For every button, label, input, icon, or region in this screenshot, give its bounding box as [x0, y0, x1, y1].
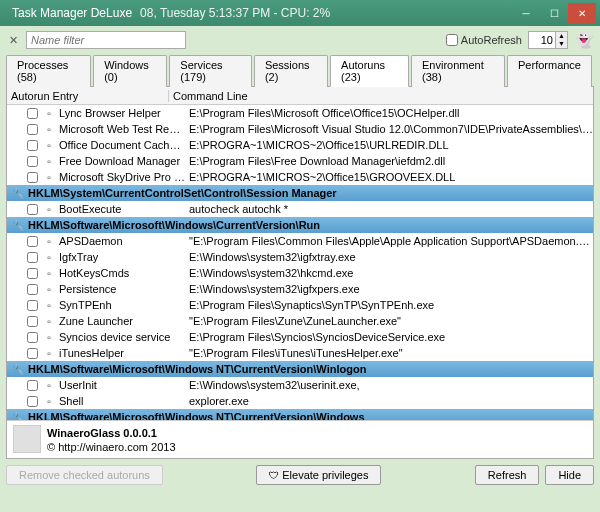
entry-name: Persistence	[59, 283, 185, 295]
app-icon: ▫	[42, 170, 56, 184]
registry-icon: 🔧	[11, 362, 25, 376]
remove-checked-button[interactable]: Remove checked autoruns	[6, 465, 163, 485]
autorun-entry[interactable]: ▫Syncios device serviceE:\Program Files\…	[7, 329, 593, 345]
maximize-button[interactable]: ☐	[540, 3, 568, 23]
autorun-entry[interactable]: ▫APSDaemon"E:\Program Files\Common Files…	[7, 233, 593, 249]
autorun-entry[interactable]: ▫Zune Launcher"E:\Program Files\Zune\Zun…	[7, 313, 593, 329]
entry-checkbox[interactable]	[27, 252, 38, 263]
tab-performance[interactable]: Performance	[507, 55, 592, 87]
title-status: 08, Tuesday 5:13:37 PM - CPU: 2%	[140, 6, 330, 20]
entry-checkbox[interactable]	[27, 204, 38, 215]
autorun-entry[interactable]: ▫Shellexplorer.exe	[7, 393, 593, 409]
app-icon: ▫	[42, 394, 56, 408]
spin-up-icon[interactable]: ▲	[555, 32, 567, 40]
entry-command: "E:\Program Files\Common Files\Apple\App…	[185, 235, 593, 247]
entry-checkbox[interactable]	[27, 172, 38, 183]
entry-name: BootExecute	[59, 203, 185, 215]
registry-icon: 🔧	[11, 186, 25, 200]
entry-name: APSDaemon	[59, 235, 185, 247]
close-button[interactable]: ✕	[568, 3, 596, 23]
app-icon: ▫	[42, 202, 56, 216]
autorun-entry[interactable]: ▫Lync Browser HelperE:\Program Files\Mic…	[7, 105, 593, 121]
hide-button[interactable]: Hide	[545, 465, 594, 485]
entry-command: E:\Program Files\Microsoft Visual Studio…	[185, 123, 593, 135]
autorun-entry[interactable]: ▫Free Download ManagerE:\Program Files\F…	[7, 153, 593, 169]
app-icon: ▫	[42, 330, 56, 344]
app-icon: ▫	[42, 138, 56, 152]
entry-name: iTunesHelper	[59, 347, 185, 359]
app-icon: ▫	[42, 106, 56, 120]
registry-icon: 🔧	[11, 218, 25, 232]
detail-copyright: © http://winaero.com 2013	[47, 440, 176, 454]
group-header[interactable]: 🔧HKLM\Software\Microsoft\Windows\Current…	[7, 217, 593, 233]
autorun-entry[interactable]: ▫PersistenceE:\Windows\system32\igfxpers…	[7, 281, 593, 297]
entry-checkbox[interactable]	[27, 380, 38, 391]
app-icon: ▫	[42, 314, 56, 328]
app-icon: ▫	[42, 282, 56, 296]
tab-autoruns[interactable]: Autoruns (23)	[330, 55, 409, 87]
autorun-entry[interactable]: ▫HotKeysCmdsE:\Windows\system32\hkcmd.ex…	[7, 265, 593, 281]
app-icon: ▫	[42, 298, 56, 312]
entry-checkbox[interactable]	[27, 140, 38, 151]
autorun-entry[interactable]: ▫BootExecuteautocheck autochk *	[7, 201, 593, 217]
ghost-icon[interactable]: 👻	[574, 30, 594, 50]
tab-processes[interactable]: Processes (58)	[6, 55, 91, 87]
entry-command: "E:\Program Files\Zune\ZuneLauncher.exe"	[185, 315, 593, 327]
group-header[interactable]: 🔧HKLM\System\CurrentControlSet\Control\S…	[7, 185, 593, 201]
app-icon: ▫	[42, 250, 56, 264]
tab-services[interactable]: Services (179)	[169, 55, 252, 87]
entry-checkbox[interactable]	[27, 316, 38, 327]
entry-checkbox[interactable]	[27, 332, 38, 343]
entry-command: E:\Program Files\Free Download Manager\i…	[185, 155, 593, 167]
autorun-entry[interactable]: ▫Microsoft SkyDrive Pro Brow...E:\PROGRA…	[7, 169, 593, 185]
entry-name: Lync Browser Helper	[59, 107, 185, 119]
entry-command: E:\Windows\system32\hkcmd.exe	[185, 267, 593, 279]
col-command-line[interactable]: Command Line	[169, 90, 593, 102]
tab-bar: Processes (58)Windows (0)Services (179)S…	[6, 54, 594, 87]
autorefresh-interval[interactable]: ▲▼	[528, 31, 568, 49]
app-icon: ▫	[42, 266, 56, 280]
autorun-entry[interactable]: ▫IgfxTrayE:\Windows\system32\igfxtray.ex…	[7, 249, 593, 265]
tab-environment[interactable]: Environment (38)	[411, 55, 505, 87]
entry-checkbox[interactable]	[27, 156, 38, 167]
entry-checkbox[interactable]	[27, 268, 38, 279]
app-icon: ▫	[42, 234, 56, 248]
entry-command: E:\PROGRA~1\MICROS~2\Office15\URLREDIR.D…	[185, 139, 593, 151]
spin-down-icon[interactable]: ▼	[555, 40, 567, 48]
autorun-entry[interactable]: ▫SynTPEnhE:\Program Files\Synaptics\SynT…	[7, 297, 593, 313]
entry-checkbox[interactable]	[27, 284, 38, 295]
entry-command: E:\Program Files\Syncios\SynciosDeviceSe…	[185, 331, 593, 343]
col-autorun-entry[interactable]: Autorun Entry	[7, 90, 169, 102]
entry-checkbox[interactable]	[27, 124, 38, 135]
elevate-button[interactable]: Elevate privileges	[256, 465, 381, 485]
tab-sessions[interactable]: Sessions (2)	[254, 55, 328, 87]
autorefresh-checkbox[interactable]: AutoRefresh	[446, 34, 522, 46]
autoruns-panel: Autorun Entry Command Line ▫Lync Browser…	[6, 87, 594, 459]
entry-command: explorer.exe	[185, 395, 593, 407]
entry-name: Syncios device service	[59, 331, 185, 343]
name-filter-input[interactable]	[26, 31, 186, 49]
registry-icon: 🔧	[11, 410, 25, 420]
entry-checkbox[interactable]	[27, 236, 38, 247]
group-header[interactable]: 🔧HKLM\Software\Microsoft\Windows NT\Curr…	[7, 409, 593, 420]
toolbar: ✕ AutoRefresh ▲▼ 👻	[0, 26, 600, 54]
entry-checkbox[interactable]	[27, 108, 38, 119]
autorun-entry[interactable]: ▫iTunesHelper"E:\Program Files\iTunes\iT…	[7, 345, 593, 361]
entry-checkbox[interactable]	[27, 396, 38, 407]
clear-filter-icon[interactable]: ✕	[6, 33, 20, 47]
entry-command: E:\Windows\system32\userinit.exe,	[185, 379, 593, 391]
tab-windows[interactable]: Windows (0)	[93, 55, 167, 87]
entry-checkbox[interactable]	[27, 300, 38, 311]
entry-name: Microsoft SkyDrive Pro Brow...	[59, 171, 185, 183]
entry-command: E:\PROGRA~1\MICROS~2\Office15\GROOVEEX.D…	[185, 171, 593, 183]
autoruns-list[interactable]: ▫Lync Browser HelperE:\Program Files\Mic…	[7, 105, 593, 420]
app-icon: ▫	[42, 154, 56, 168]
autorun-entry[interactable]: ▫Microsoft Web Test Recorde...E:\Program…	[7, 121, 593, 137]
entry-name: Microsoft Web Test Recorde...	[59, 123, 185, 135]
minimize-button[interactable]: ─	[512, 3, 540, 23]
autorun-entry[interactable]: ▫UserInitE:\Windows\system32\userinit.ex…	[7, 377, 593, 393]
autorun-entry[interactable]: ▫Office Document Cache Han...E:\PROGRA~1…	[7, 137, 593, 153]
group-header[interactable]: 🔧HKLM\Software\Microsoft\Windows NT\Curr…	[7, 361, 593, 377]
entry-checkbox[interactable]	[27, 348, 38, 359]
refresh-button[interactable]: Refresh	[475, 465, 540, 485]
